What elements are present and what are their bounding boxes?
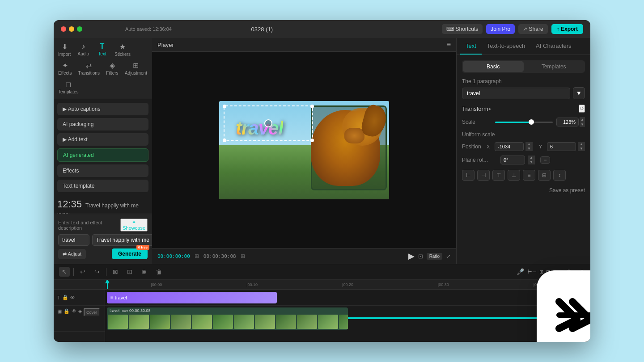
split-button[interactable]: ⊠	[110, 267, 121, 277]
plane-rot-input[interactable]	[500, 156, 525, 164]
tab-text[interactable]: Text	[460, 38, 482, 55]
export-button[interactable]: ↑ Export	[551, 24, 583, 34]
audio-icon-video[interactable]: ◈	[78, 308, 82, 314]
center-handle[interactable]	[264, 119, 272, 127]
undo-button[interactable]: ↩	[77, 267, 88, 277]
x-down-button[interactable]: ▼	[525, 147, 533, 151]
crop-button[interactable]: ⊗	[139, 267, 149, 277]
tool-audio[interactable]: ♪ Audio	[74, 41, 92, 59]
subtab-templates[interactable]: Templates	[524, 61, 585, 72]
corner-handle-bl[interactable]	[223, 139, 226, 142]
trim-button[interactable]: ⊡	[124, 267, 135, 277]
mic-button[interactable]: 🎤	[517, 268, 524, 275]
tool-stickers[interactable]: ★ Stickers	[112, 41, 133, 59]
text-track: ≡ travel	[105, 290, 590, 306]
y-up-button[interactable]: ▲	[578, 142, 585, 147]
x-position-input[interactable]	[495, 142, 524, 151]
adjust-button[interactable]: ⇌ Adjust	[58, 249, 86, 259]
minimize-button[interactable]	[69, 26, 74, 32]
scale-row: Scale ▲ ▼	[462, 117, 585, 127]
tab-ai-characters[interactable]: AI Characters	[530, 38, 576, 55]
text-track-clip[interactable]: ≡ travel	[107, 292, 277, 303]
tool-import[interactable]: ⬇ Import	[55, 41, 73, 59]
text-input-field[interactable]	[58, 234, 89, 246]
player-menu-icon[interactable]: ≡	[447, 41, 451, 49]
sidebar-effects[interactable]: Effects	[57, 164, 148, 177]
align-left-button[interactable]: ⊢	[462, 170, 475, 181]
title-bar-right: ⌨ Shortcuts Join Pro ↗ Share ↑ Export	[442, 24, 583, 34]
close-button[interactable]	[61, 26, 66, 32]
corner-handle-tl[interactable]	[223, 105, 226, 108]
align-bottom-button[interactable]: ⊟	[538, 170, 551, 181]
share-button[interactable]: ↗ Share	[518, 24, 547, 34]
align-center-h-button[interactable]: ⊣	[477, 170, 490, 181]
tool-effects[interactable]: ✦ Effects	[55, 59, 74, 77]
free-badge: 0 free	[136, 245, 149, 250]
tool-text[interactable]: T Text	[93, 41, 111, 59]
tool-text-label: Text	[98, 51, 106, 56]
lock-icon-text[interactable]: 🔒	[62, 295, 68, 300]
tool-transitions[interactable]: ⇄ Transitions	[75, 59, 102, 77]
shortcuts-button[interactable]: ⌨ Shortcuts	[442, 24, 483, 34]
sidebar-ai-packaging[interactable]: AI packaging	[57, 118, 148, 130]
showcase-button[interactable]: ✦ Showcase	[120, 219, 148, 232]
y-down-button[interactable]: ▼	[578, 147, 585, 151]
distribute-button[interactable]: ↕	[553, 170, 566, 181]
scale-value-input[interactable]	[556, 118, 579, 126]
scale-slider[interactable]	[495, 122, 553, 123]
join-pro-button[interactable]: Join Pro	[486, 24, 515, 34]
video-track-clip[interactable]: travel.mov 00:00:30:08	[107, 307, 348, 330]
corner-handle-tr[interactable]	[310, 105, 314, 108]
generate-button[interactable]: Generate 0 free	[112, 248, 148, 259]
sidebar-text-template[interactable]: Text template	[57, 180, 148, 192]
eye-icon-video[interactable]: 👁	[72, 308, 76, 314]
sidebar-ai-generated[interactable]: AI generated	[57, 148, 148, 162]
scale-down-button[interactable]: ▼	[580, 122, 585, 127]
save-preset-button[interactable]: Save as preset	[462, 187, 585, 194]
lock-icon-video[interactable]: 🔒	[64, 308, 70, 314]
paragraph-dropdown-button[interactable]: ▼	[573, 87, 585, 99]
shortcuts-icon: ⌨	[446, 26, 454, 32]
fullscreen-button[interactable]: ⤢	[446, 253, 451, 260]
scale-up-button[interactable]: ▲	[580, 117, 585, 122]
project-title: 0328 (1)	[251, 26, 273, 33]
vid-thumb-8	[255, 315, 275, 329]
sidebar-auto-captions[interactable]: ▶ Auto captions	[57, 103, 148, 115]
eye-icon-text[interactable]: 👁	[70, 295, 75, 300]
tool-adjustment[interactable]: ⊞ Adjustment	[122, 59, 150, 77]
align-center-v-button[interactable]: ≡	[523, 170, 535, 181]
select-tool-button[interactable]: ↖	[59, 267, 70, 277]
video-frame: travel	[219, 101, 389, 199]
maximize-button[interactable]	[77, 26, 82, 32]
ratio-button[interactable]: Ratio	[427, 253, 442, 260]
transitions-icon: ⇄	[86, 61, 92, 70]
video-clip-info: travel.mov 00:00:30:08	[110, 308, 151, 313]
transform-reset-button[interactable]: ↺	[579, 105, 585, 113]
toolbar: ⬇ Import ♪ Audio T Text ★ Stickers ✦ E	[54, 38, 152, 99]
tool-filters[interactable]: ◈ Filters	[103, 59, 121, 77]
subtab-basic[interactable]: Basic	[463, 61, 524, 72]
timeline-tool-2[interactable]: ⊞	[539, 269, 543, 275]
timeline-ruler: |00:00 |00:10 |00:20 |00:30 |00:40	[105, 280, 590, 290]
rot-up-button[interactable]: ▲	[528, 156, 535, 160]
sidebar-add-text[interactable]: ▶ Add text	[57, 133, 148, 146]
rot-minus-button[interactable]: −	[540, 156, 550, 164]
x-up-button[interactable]: ▲	[525, 142, 533, 147]
delete-button[interactable]: 🗑	[153, 267, 165, 277]
transform-dot-icon: ●	[488, 106, 491, 111]
redo-button[interactable]: ↪	[92, 267, 102, 277]
align-top-button[interactable]: ⊥	[508, 170, 520, 181]
tool-templates[interactable]: ◻ Templates	[55, 78, 81, 96]
play-button[interactable]: ▶	[408, 251, 415, 261]
timeline-tool-1[interactable]: ⊢⊣	[528, 269, 537, 275]
plane-rotation-row: Plane rot... ▲ ▼ −	[462, 156, 585, 164]
fit-screen-button[interactable]: ⊡	[418, 253, 423, 260]
paragraph-input[interactable]	[462, 88, 570, 99]
align-right-button[interactable]: ⊤	[492, 170, 505, 181]
y-position-input[interactable]	[547, 142, 576, 151]
cover-label-button[interactable]: Cover	[84, 308, 100, 316]
tab-text-to-speech[interactable]: Text-to-speech	[482, 38, 530, 55]
rot-down-button[interactable]: ▼	[528, 160, 535, 164]
playhead[interactable]	[107, 280, 108, 289]
corner-handle-br[interactable]	[310, 139, 314, 142]
